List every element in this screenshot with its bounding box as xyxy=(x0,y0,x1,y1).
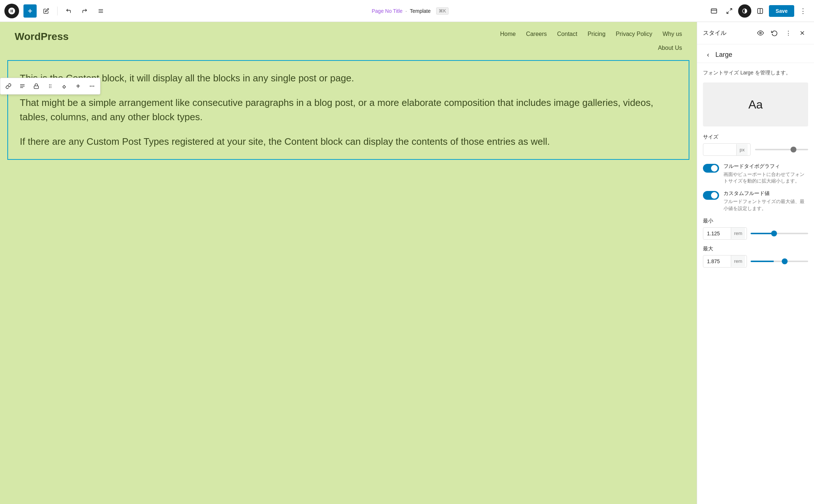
page-title-text: Page No Title xyxy=(372,8,402,14)
custom-fluid-label: カスタムフルード値 xyxy=(723,190,808,197)
svg-point-19 xyxy=(49,87,50,88)
panel-header-icons: ⋮ xyxy=(755,27,808,39)
size-section-label: サイズ xyxy=(703,134,808,140)
nav-link-home[interactable]: Home xyxy=(500,31,516,37)
back-button[interactable]: ‹ xyxy=(703,49,713,60)
site-header: WordPress Home Careers Contact Pricing P… xyxy=(0,22,697,60)
font-preview-box: Aa xyxy=(703,82,808,126)
fluid-typography-desc: 画面やビューポートに合わせてフォントサイズを動的に拡大縮小します。 xyxy=(723,171,808,184)
svg-rect-14 xyxy=(34,86,38,88)
block-add-button[interactable]: + xyxy=(71,80,85,93)
svg-point-15 xyxy=(49,84,50,85)
view-button[interactable] xyxy=(707,4,721,18)
block-updown-button[interactable] xyxy=(58,80,71,93)
min-section: 最小 rem xyxy=(703,218,808,240)
nav-link-contact[interactable]: Contact xyxy=(557,31,577,37)
template-label: Template xyxy=(410,8,431,14)
size-range-slider[interactable] xyxy=(755,149,808,150)
panel-more-button[interactable]: ⋮ xyxy=(782,27,794,39)
panel-back-nav: ‹ Large xyxy=(697,44,814,63)
block-drag-button[interactable] xyxy=(44,80,57,93)
fluid-typography-info: フルードタイポグラフィ 画面やビューポートに合わせてフォントサイズを動的に拡大縮… xyxy=(723,163,808,184)
page-title-button[interactable]: Page No Title · Template xyxy=(366,5,436,16)
max-input-row: rem xyxy=(703,255,808,268)
title-separator: · xyxy=(405,8,407,14)
svg-line-7 xyxy=(730,8,732,10)
svg-rect-5 xyxy=(711,9,717,13)
main-area: WordPress Home Careers Contact Pricing P… xyxy=(0,22,814,504)
max-unit-label: rem xyxy=(731,255,745,267)
svg-point-24 xyxy=(760,32,762,34)
size-input[interactable] xyxy=(703,144,736,155)
svg-point-18 xyxy=(51,86,51,87)
site-title: WordPress xyxy=(15,31,69,43)
site-nav: Home Careers Contact Pricing Privacy Pol… xyxy=(500,31,682,51)
max-label: 最大 xyxy=(703,246,808,252)
svg-line-8 xyxy=(727,11,729,13)
size-input-row: px xyxy=(703,143,808,156)
toolbar-center: Page No Title · Template ⌘K xyxy=(110,5,704,16)
min-input-wrapper: rem xyxy=(703,227,747,240)
nav-link-pricing[interactable]: Pricing xyxy=(588,31,605,37)
min-value-input[interactable] xyxy=(703,228,731,239)
panel-preview-button[interactable] xyxy=(755,27,766,39)
save-button[interactable]: Save xyxy=(769,5,794,17)
custom-fluid-toggle[interactable] xyxy=(703,191,719,200)
panel-history-button[interactable] xyxy=(769,27,780,39)
size-range-wrapper xyxy=(755,149,808,150)
content-para-3: If there are any Custom Post Types regis… xyxy=(20,135,677,149)
redo-button[interactable] xyxy=(78,4,91,18)
more-options-button[interactable]: ⋮ xyxy=(796,4,810,18)
custom-fluid-desc: フルードフォントサイズの最大値、最小値を設定します。 xyxy=(723,198,808,211)
block-lock-button[interactable] xyxy=(30,80,43,93)
size-input-wrapper: px xyxy=(703,143,751,156)
undo-button[interactable] xyxy=(62,4,75,18)
dark-mode-button[interactable] xyxy=(738,4,751,18)
block-link-button[interactable] xyxy=(2,80,15,93)
nav-row-1: Home Careers Contact Pricing Privacy Pol… xyxy=(500,31,682,37)
add-block-button[interactable] xyxy=(23,4,37,18)
nav-row-2: About Us xyxy=(658,45,682,51)
fluid-typography-row: フルードタイポグラフィ 画面やビューポートに合わせてフォントサイズを動的に拡大縮… xyxy=(703,163,808,184)
max-value-input[interactable] xyxy=(703,255,731,267)
panel-section-title: Large xyxy=(715,51,732,59)
min-range-slider[interactable] xyxy=(751,233,808,234)
panel-title: スタイル xyxy=(703,29,726,37)
keyboard-shortcut: ⌘K xyxy=(436,7,449,15)
content-para-2: That might be a simple arrangement like … xyxy=(20,96,677,124)
right-panel: スタイル ⋮ xyxy=(697,22,814,504)
size-unit-label: px xyxy=(736,144,748,155)
fluid-typography-label: フルードタイポグラフィ xyxy=(723,163,808,170)
nav-link-privacy[interactable]: Privacy Policy xyxy=(616,31,652,37)
fluid-typography-toggle[interactable] xyxy=(703,164,719,173)
min-input-row: rem xyxy=(703,227,808,240)
panel-close-button[interactable] xyxy=(796,27,808,39)
toolbar-right: Save ⋮ xyxy=(707,4,810,18)
panel-description: フォントサイズ Large を管理します。 xyxy=(703,69,808,77)
nav-link-careers[interactable]: Careers xyxy=(526,31,547,37)
list-view-button[interactable] xyxy=(94,4,107,18)
svg-point-21 xyxy=(90,86,91,87)
wp-logo-icon[interactable] xyxy=(4,4,19,18)
custom-fluid-row: カスタムフルード値 フルードフォントサイズの最大値、最小値を設定します。 xyxy=(703,190,808,211)
block-toolbar: + xyxy=(0,78,100,95)
fullscreen-button[interactable] xyxy=(723,4,736,18)
nav-link-whyus[interactable]: Why us xyxy=(663,31,682,37)
max-range-slider[interactable] xyxy=(751,261,808,262)
divider-1 xyxy=(57,7,58,15)
edit-button[interactable] xyxy=(40,4,53,18)
custom-fluid-info: カスタムフルード値 フルードフォントサイズの最大値、最小値を設定します。 xyxy=(723,190,808,211)
max-input-wrapper: rem xyxy=(703,255,747,268)
top-toolbar: Page No Title · Template ⌘K xyxy=(0,0,814,22)
content-para-1: This is the Content block, it will displ… xyxy=(20,71,677,85)
content-block: This is the Content block, it will displ… xyxy=(7,60,689,160)
block-align-button[interactable] xyxy=(16,80,29,93)
svg-point-17 xyxy=(49,86,50,87)
nav-link-aboutus[interactable]: About Us xyxy=(658,45,682,51)
layout-button[interactable] xyxy=(754,4,767,18)
svg-point-22 xyxy=(92,86,93,87)
block-more-button[interactable] xyxy=(85,80,99,93)
svg-point-16 xyxy=(51,84,51,85)
min-label: 最小 xyxy=(703,218,808,224)
editor-area: WordPress Home Careers Contact Pricing P… xyxy=(0,22,697,504)
